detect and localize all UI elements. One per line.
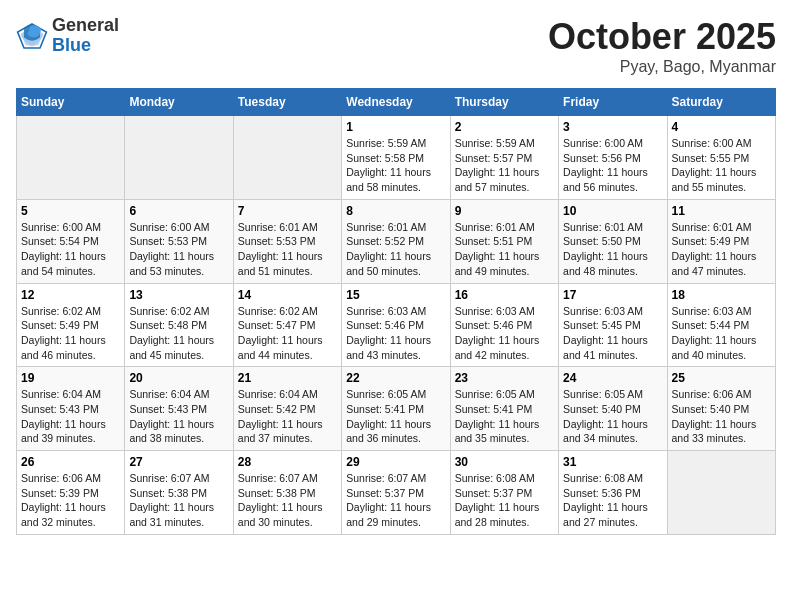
calendar-cell: 1Sunrise: 5:59 AMSunset: 5:58 PMDaylight…: [342, 116, 450, 200]
calendar-cell: 4Sunrise: 6:00 AMSunset: 5:55 PMDaylight…: [667, 116, 775, 200]
calendar-cell: 8Sunrise: 6:01 AMSunset: 5:52 PMDaylight…: [342, 199, 450, 283]
day-info: Sunrise: 6:02 AMSunset: 5:49 PMDaylight:…: [21, 304, 120, 363]
day-number: 28: [238, 455, 337, 469]
day-number: 12: [21, 288, 120, 302]
day-info: Sunrise: 6:05 AMSunset: 5:41 PMDaylight:…: [455, 387, 554, 446]
day-number: 8: [346, 204, 445, 218]
day-info: Sunrise: 6:05 AMSunset: 5:41 PMDaylight:…: [346, 387, 445, 446]
day-number: 18: [672, 288, 771, 302]
calendar-cell: 19Sunrise: 6:04 AMSunset: 5:43 PMDayligh…: [17, 367, 125, 451]
day-number: 6: [129, 204, 228, 218]
day-number: 21: [238, 371, 337, 385]
weekday-header: Friday: [559, 89, 667, 116]
calendar-week-row: 12Sunrise: 6:02 AMSunset: 5:49 PMDayligh…: [17, 283, 776, 367]
calendar-cell: 28Sunrise: 6:07 AMSunset: 5:38 PMDayligh…: [233, 451, 341, 535]
day-info: Sunrise: 6:03 AMSunset: 5:45 PMDaylight:…: [563, 304, 662, 363]
calendar-cell: 9Sunrise: 6:01 AMSunset: 5:51 PMDaylight…: [450, 199, 558, 283]
day-number: 10: [563, 204, 662, 218]
day-info: Sunrise: 6:00 AMSunset: 5:55 PMDaylight:…: [672, 136, 771, 195]
day-number: 13: [129, 288, 228, 302]
day-number: 20: [129, 371, 228, 385]
weekday-header: Sunday: [17, 89, 125, 116]
day-info: Sunrise: 6:08 AMSunset: 5:37 PMDaylight:…: [455, 471, 554, 530]
calendar-cell: 15Sunrise: 6:03 AMSunset: 5:46 PMDayligh…: [342, 283, 450, 367]
calendar-cell: 10Sunrise: 6:01 AMSunset: 5:50 PMDayligh…: [559, 199, 667, 283]
day-info: Sunrise: 6:07 AMSunset: 5:38 PMDaylight:…: [129, 471, 228, 530]
calendar-cell: 25Sunrise: 6:06 AMSunset: 5:40 PMDayligh…: [667, 367, 775, 451]
calendar-cell: 5Sunrise: 6:00 AMSunset: 5:54 PMDaylight…: [17, 199, 125, 283]
calendar-cell: [125, 116, 233, 200]
calendar-cell: 24Sunrise: 6:05 AMSunset: 5:40 PMDayligh…: [559, 367, 667, 451]
day-number: 24: [563, 371, 662, 385]
day-number: 1: [346, 120, 445, 134]
day-info: Sunrise: 6:02 AMSunset: 5:47 PMDaylight:…: [238, 304, 337, 363]
day-number: 14: [238, 288, 337, 302]
day-number: 25: [672, 371, 771, 385]
logo: General Blue: [16, 16, 119, 56]
weekday-header: Monday: [125, 89, 233, 116]
day-number: 26: [21, 455, 120, 469]
weekday-header: Thursday: [450, 89, 558, 116]
day-info: Sunrise: 6:03 AMSunset: 5:46 PMDaylight:…: [455, 304, 554, 363]
day-number: 9: [455, 204, 554, 218]
day-info: Sunrise: 5:59 AMSunset: 5:57 PMDaylight:…: [455, 136, 554, 195]
weekday-header: Saturday: [667, 89, 775, 116]
logo-text: General Blue: [52, 16, 119, 56]
day-number: 17: [563, 288, 662, 302]
calendar-cell: [667, 451, 775, 535]
month-title: October 2025: [548, 16, 776, 58]
day-info: Sunrise: 6:02 AMSunset: 5:48 PMDaylight:…: [129, 304, 228, 363]
day-info: Sunrise: 6:06 AMSunset: 5:39 PMDaylight:…: [21, 471, 120, 530]
day-number: 31: [563, 455, 662, 469]
logo-icon: [16, 20, 48, 52]
day-info: Sunrise: 6:03 AMSunset: 5:44 PMDaylight:…: [672, 304, 771, 363]
day-info: Sunrise: 6:04 AMSunset: 5:43 PMDaylight:…: [21, 387, 120, 446]
day-number: 2: [455, 120, 554, 134]
calendar-table: SundayMondayTuesdayWednesdayThursdayFrid…: [16, 88, 776, 535]
weekday-header: Wednesday: [342, 89, 450, 116]
day-number: 27: [129, 455, 228, 469]
day-number: 3: [563, 120, 662, 134]
page-header: General Blue October 2025 Pyay, Bago, My…: [16, 16, 776, 76]
day-info: Sunrise: 6:01 AMSunset: 5:49 PMDaylight:…: [672, 220, 771, 279]
day-info: Sunrise: 6:01 AMSunset: 5:52 PMDaylight:…: [346, 220, 445, 279]
day-info: Sunrise: 6:07 AMSunset: 5:37 PMDaylight:…: [346, 471, 445, 530]
day-number: 22: [346, 371, 445, 385]
calendar-cell: [233, 116, 341, 200]
day-info: Sunrise: 6:00 AMSunset: 5:54 PMDaylight:…: [21, 220, 120, 279]
day-info: Sunrise: 6:01 AMSunset: 5:50 PMDaylight:…: [563, 220, 662, 279]
calendar-cell: 13Sunrise: 6:02 AMSunset: 5:48 PMDayligh…: [125, 283, 233, 367]
calendar-cell: 12Sunrise: 6:02 AMSunset: 5:49 PMDayligh…: [17, 283, 125, 367]
day-number: 16: [455, 288, 554, 302]
day-info: Sunrise: 6:04 AMSunset: 5:43 PMDaylight:…: [129, 387, 228, 446]
calendar-cell: 30Sunrise: 6:08 AMSunset: 5:37 PMDayligh…: [450, 451, 558, 535]
calendar-cell: 16Sunrise: 6:03 AMSunset: 5:46 PMDayligh…: [450, 283, 558, 367]
day-number: 4: [672, 120, 771, 134]
calendar-cell: 18Sunrise: 6:03 AMSunset: 5:44 PMDayligh…: [667, 283, 775, 367]
calendar-cell: 3Sunrise: 6:00 AMSunset: 5:56 PMDaylight…: [559, 116, 667, 200]
day-info: Sunrise: 6:04 AMSunset: 5:42 PMDaylight:…: [238, 387, 337, 446]
calendar-cell: 23Sunrise: 6:05 AMSunset: 5:41 PMDayligh…: [450, 367, 558, 451]
calendar-week-row: 19Sunrise: 6:04 AMSunset: 5:43 PMDayligh…: [17, 367, 776, 451]
day-info: Sunrise: 6:03 AMSunset: 5:46 PMDaylight:…: [346, 304, 445, 363]
day-number: 7: [238, 204, 337, 218]
calendar-week-row: 26Sunrise: 6:06 AMSunset: 5:39 PMDayligh…: [17, 451, 776, 535]
day-info: Sunrise: 6:01 AMSunset: 5:53 PMDaylight:…: [238, 220, 337, 279]
calendar-week-row: 1Sunrise: 5:59 AMSunset: 5:58 PMDaylight…: [17, 116, 776, 200]
calendar-cell: 2Sunrise: 5:59 AMSunset: 5:57 PMDaylight…: [450, 116, 558, 200]
weekday-header: Tuesday: [233, 89, 341, 116]
day-number: 30: [455, 455, 554, 469]
day-info: Sunrise: 6:08 AMSunset: 5:36 PMDaylight:…: [563, 471, 662, 530]
calendar-cell: 31Sunrise: 6:08 AMSunset: 5:36 PMDayligh…: [559, 451, 667, 535]
logo-general: General: [52, 16, 119, 36]
day-number: 11: [672, 204, 771, 218]
day-info: Sunrise: 6:07 AMSunset: 5:38 PMDaylight:…: [238, 471, 337, 530]
calendar-cell: 21Sunrise: 6:04 AMSunset: 5:42 PMDayligh…: [233, 367, 341, 451]
calendar-cell: 11Sunrise: 6:01 AMSunset: 5:49 PMDayligh…: [667, 199, 775, 283]
day-info: Sunrise: 6:00 AMSunset: 5:56 PMDaylight:…: [563, 136, 662, 195]
calendar-cell: 29Sunrise: 6:07 AMSunset: 5:37 PMDayligh…: [342, 451, 450, 535]
title-block: October 2025 Pyay, Bago, Myanmar: [548, 16, 776, 76]
calendar-cell: 17Sunrise: 6:03 AMSunset: 5:45 PMDayligh…: [559, 283, 667, 367]
day-number: 19: [21, 371, 120, 385]
calendar-week-row: 5Sunrise: 6:00 AMSunset: 5:54 PMDaylight…: [17, 199, 776, 283]
